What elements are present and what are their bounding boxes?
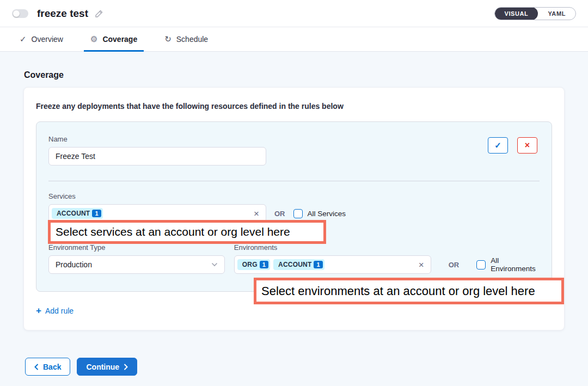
services-label: Services bbox=[48, 192, 540, 200]
chevron-right-icon bbox=[124, 364, 128, 370]
visual-yaml-toggle: VISUAL YAML bbox=[494, 7, 577, 20]
tab-schedule-label: Schedule bbox=[176, 35, 208, 44]
services-annotation-callout: Select services at an account or org lev… bbox=[48, 220, 326, 244]
environment-type-select[interactable]: Production bbox=[48, 255, 225, 274]
tab-schedule[interactable]: ↻ Schedule bbox=[158, 27, 215, 51]
environment-tag[interactable]: ORG 1 bbox=[237, 259, 270, 270]
continue-button-label: Continue bbox=[86, 363, 119, 371]
freeze-title: freeze test bbox=[37, 8, 88, 20]
environment-tag-count-badge: 1 bbox=[314, 261, 322, 268]
rule-panel: Name ✓ × Services ACCOUNT 1 × bbox=[36, 121, 552, 292]
environments-multiselect[interactable]: ORG 1 ACCOUNT 1 × bbox=[234, 255, 431, 274]
environment-tag[interactable]: ACCOUNT 1 bbox=[273, 259, 324, 270]
confirm-rule-button[interactable]: ✓ bbox=[488, 137, 508, 154]
coverage-description: Freeze any deployments that have the fol… bbox=[36, 102, 552, 111]
yaml-toggle-option[interactable]: YAML bbox=[538, 7, 575, 20]
continue-button[interactable]: Continue bbox=[77, 358, 137, 376]
all-environments-option[interactable]: All Environments bbox=[476, 255, 540, 274]
plus-icon: + bbox=[36, 306, 41, 315]
all-environments-label: All Environments bbox=[491, 256, 540, 273]
check-icon: ✓ bbox=[494, 140, 501, 150]
chevron-down-icon bbox=[211, 262, 218, 267]
rule-name-input[interactable] bbox=[48, 147, 266, 166]
page-header: freeze test VISUAL YAML bbox=[0, 0, 588, 27]
schedule-clock-icon: ↻ bbox=[164, 34, 171, 44]
tab-coverage[interactable]: ⚙ Coverage bbox=[84, 27, 144, 51]
tab-overview-label: Overview bbox=[32, 35, 63, 44]
visual-toggle-option[interactable]: VISUAL bbox=[495, 7, 538, 20]
service-tag-label: ACCOUNT bbox=[57, 210, 90, 217]
all-services-label: All Services bbox=[308, 210, 346, 218]
add-rule-button[interactable]: + Add rule bbox=[36, 306, 74, 315]
rule-divider bbox=[48, 181, 540, 181]
environments-annotation-callout: Select environments at an account or org… bbox=[254, 278, 564, 304]
name-label: Name bbox=[48, 135, 266, 143]
add-rule-label: Add rule bbox=[45, 307, 74, 315]
all-environments-checkbox[interactable] bbox=[476, 260, 486, 269]
environment-tag-label: ORG bbox=[242, 261, 258, 268]
page-title: Coverage bbox=[24, 70, 588, 80]
freeze-enable-toggle[interactable] bbox=[12, 9, 28, 18]
environments-or-label: OR bbox=[449, 255, 460, 274]
environments-clear-icon[interactable]: × bbox=[419, 260, 424, 269]
gear-icon: ⚙ bbox=[90, 34, 97, 44]
environment-type-label: Environment Type bbox=[48, 243, 225, 252]
environment-tag-label: ACCOUNT bbox=[278, 261, 311, 268]
edit-pencil-icon[interactable] bbox=[95, 9, 103, 18]
tab-overview[interactable]: ✓ Overview bbox=[13, 27, 70, 51]
tab-bar: ✓ Overview ⚙ Coverage ↻ Schedule bbox=[0, 27, 588, 52]
all-services-checkbox[interactable] bbox=[293, 209, 303, 218]
environments-label: Environments bbox=[234, 243, 431, 252]
service-tag[interactable]: ACCOUNT 1 bbox=[52, 208, 103, 219]
chevron-left-icon bbox=[34, 364, 39, 370]
back-button[interactable]: Back bbox=[25, 358, 70, 376]
toggle-knob bbox=[13, 10, 20, 17]
environment-tag-count-badge: 1 bbox=[260, 261, 268, 268]
wizard-footer: Back Continue bbox=[25, 358, 588, 376]
services-clear-icon[interactable]: × bbox=[254, 209, 259, 218]
environment-type-value: Production bbox=[56, 260, 92, 269]
delete-rule-button[interactable]: × bbox=[517, 137, 537, 154]
back-button-label: Back bbox=[43, 363, 61, 371]
tab-coverage-label: Coverage bbox=[102, 35, 137, 44]
close-icon: × bbox=[525, 140, 530, 150]
service-tag-count-badge: 1 bbox=[92, 210, 101, 217]
check-icon: ✓ bbox=[20, 34, 27, 44]
